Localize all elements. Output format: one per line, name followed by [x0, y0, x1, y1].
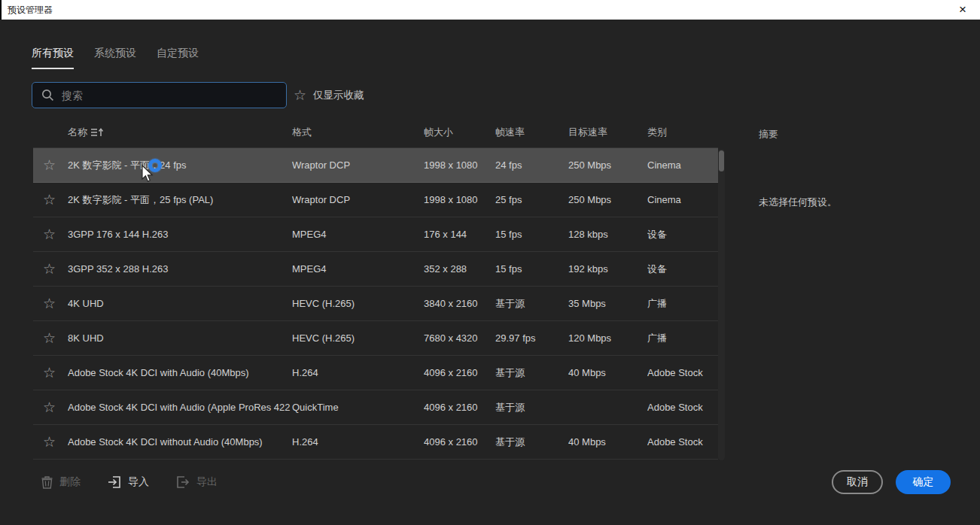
delete-label: 删除 [59, 475, 81, 489]
preset-name: Adobe Stock 4K DCI with Audio (40Mbps) [68, 367, 292, 378]
preset-category: 设备 [647, 262, 718, 276]
table-row[interactable]: ☆ 4K UHD HEVC (H.265) 3840 x 2160 基于源 35… [33, 287, 718, 321]
table-row[interactable]: ☆ Adobe Stock 4K DCI with Audio (40Mbps)… [33, 356, 718, 390]
preset-category: Adobe Stock [647, 402, 718, 413]
preset-frame-rate: 基于源 [495, 297, 568, 311]
sort-ascending-icon [91, 128, 104, 137]
table-row[interactable]: ☆ 2K 数字影院 - 平面，24 fps Wraptor DCP 1998 x… [33, 148, 718, 183]
column-header-frame-rate[interactable]: 帧速率 [495, 126, 568, 139]
import-label: 导入 [128, 475, 149, 489]
favorite-star-icon[interactable]: ☆ [43, 435, 56, 449]
table-row[interactable]: ☆ 2K 数字影院 - 平面，25 fps (PAL) Wraptor DCP … [33, 183, 718, 217]
preset-frame-size: 3840 x 2160 [424, 298, 495, 309]
preset-format: Wraptor DCP [292, 159, 424, 171]
table-scrollbar[interactable] [718, 149, 725, 460]
preset-category: Cinema [647, 194, 718, 205]
favorite-star-icon[interactable]: ☆ [43, 262, 56, 276]
preset-frame-rate: 基于源 [495, 401, 568, 414]
trash-icon [41, 476, 53, 489]
preset-target-rate: 250 Mbps [568, 159, 647, 171]
preset-target-rate: 40 Mbps [568, 367, 647, 378]
favorite-star-icon[interactable]: ☆ [43, 158, 56, 172]
favorite-star-icon[interactable]: ☆ [43, 331, 56, 345]
mouse-cursor-icon [142, 165, 154, 183]
preset-format: MPEG4 [292, 263, 424, 275]
preset-category: 广播 [647, 297, 718, 311]
preset-name: 4K UHD [68, 298, 292, 309]
preset-frame-rate: 25 fps [495, 194, 568, 205]
preset-format: H.264 [292, 367, 424, 378]
column-header-category[interactable]: 类别 [647, 126, 718, 139]
preset-target-rate: 192 kbps [568, 263, 647, 275]
table-row[interactable]: ☆ 3GPP 352 x 288 H.263 MPEG4 352 x 288 1… [33, 252, 718, 287]
preset-name: 2K 数字影院 - 平面，25 fps (PAL) [68, 193, 292, 207]
preset-frame-size: 176 x 144 [424, 229, 495, 240]
export-icon [176, 476, 190, 488]
import-icon [108, 476, 121, 488]
preset-name: Adobe Stock 4K DCI without Audio (40Mbps… [68, 436, 292, 448]
column-header-target-rate[interactable]: 目标速率 [568, 126, 647, 139]
column-header-name[interactable]: 名称 [68, 126, 292, 139]
preset-manager-dialog: 预设管理器 × 所有预设 系统预设 自定预设 ☆ 仅显示收藏 名称 [0, 0, 980, 525]
preset-format: Wraptor DCP [292, 194, 424, 205]
favorites-filter-label: 仅显示收藏 [313, 89, 364, 102]
close-icon[interactable]: × [951, 0, 974, 20]
preset-frame-rate: 29.97 fps [495, 332, 568, 344]
preset-format: QuickTime [292, 402, 424, 413]
favorite-star-icon[interactable]: ☆ [43, 296, 56, 311]
preset-format: HEVC (H.265) [292, 298, 424, 309]
search-icon [41, 89, 54, 102]
table-row[interactable]: ☆ Adobe Stock 4K DCI without Audio (40Mb… [33, 425, 718, 460]
preset-frame-size: 4096 x 2160 [424, 436, 495, 448]
preset-target-rate: 250 Mbps [568, 194, 647, 205]
preset-frame-size: 7680 x 4320 [424, 332, 495, 344]
column-header-summary: 摘要 [759, 128, 778, 141]
delete-button[interactable]: 删除 [41, 475, 81, 489]
preset-category: Adobe Stock [647, 367, 718, 378]
preset-category: 广播 [647, 332, 718, 345]
favorite-star-icon[interactable]: ☆ [43, 193, 56, 207]
preset-target-rate: 128 kbps [568, 229, 647, 240]
table-row[interactable]: ☆ 3GPP 176 x 144 H.263 MPEG4 176 x 144 1… [33, 217, 718, 252]
cancel-button[interactable]: 取消 [832, 470, 883, 494]
preset-frame-rate: 基于源 [495, 366, 568, 380]
preset-category: Adobe Stock [647, 436, 718, 448]
scrollbar-thumb[interactable] [719, 150, 724, 171]
favorites-filter[interactable]: ☆ 仅显示收藏 [294, 82, 364, 108]
preset-name: 3GPP 176 x 144 H.263 [68, 229, 292, 240]
search-input[interactable] [62, 90, 272, 102]
favorite-star-icon[interactable]: ☆ [294, 88, 306, 102]
favorite-star-icon[interactable]: ☆ [43, 400, 56, 414]
column-header-format[interactable]: 格式 [292, 126, 424, 139]
preset-frame-size: 352 x 288 [424, 263, 495, 275]
window-title: 预设管理器 [2, 4, 53, 17]
preset-frame-size: 4096 x 2160 [424, 367, 495, 378]
ok-button[interactable]: 确定 [896, 470, 951, 494]
column-header-frame-size[interactable]: 帧大小 [424, 126, 495, 139]
preset-target-rate: 120 Mbps [568, 332, 647, 344]
preset-tabs: 所有预设 系统预设 自定预设 [32, 47, 199, 69]
preset-frame-size: 1998 x 1080 [424, 159, 495, 171]
tab-all-presets[interactable]: 所有预设 [32, 47, 74, 69]
favorite-star-icon[interactable]: ☆ [43, 366, 56, 380]
preset-frame-size: 4096 x 2160 [424, 402, 495, 413]
import-button[interactable]: 导入 [108, 475, 149, 489]
preset-table-body: ☆ 2K 数字影院 - 平面，24 fps Wraptor DCP 1998 x… [33, 147, 718, 460]
preset-frame-rate: 15 fps [495, 263, 568, 275]
titlebar: 预设管理器 × [0, 0, 980, 20]
export-button[interactable]: 导出 [176, 475, 218, 489]
table-row[interactable]: ☆ 8K UHD HEVC (H.265) 7680 x 4320 29.97 … [33, 321, 718, 356]
table-row[interactable]: ☆ Adobe Stock 4K DCI with Audio (Apple P… [33, 390, 718, 425]
preset-target-rate: 35 Mbps [568, 298, 647, 309]
preset-format: MPEG4 [292, 229, 424, 240]
favorite-star-icon[interactable]: ☆ [43, 227, 56, 241]
preset-frame-rate: 24 fps [495, 159, 568, 171]
tab-system-presets[interactable]: 系统预设 [94, 47, 136, 69]
preset-name: 3GPP 352 x 288 H.263 [68, 263, 292, 275]
export-label: 导出 [196, 475, 218, 489]
preset-category: 设备 [647, 228, 718, 241]
preset-frame-size: 1998 x 1080 [424, 194, 495, 205]
search-box[interactable] [32, 82, 287, 108]
summary-empty-text: 未选择任何预设。 [759, 196, 837, 209]
tab-custom-presets[interactable]: 自定预设 [157, 47, 199, 69]
